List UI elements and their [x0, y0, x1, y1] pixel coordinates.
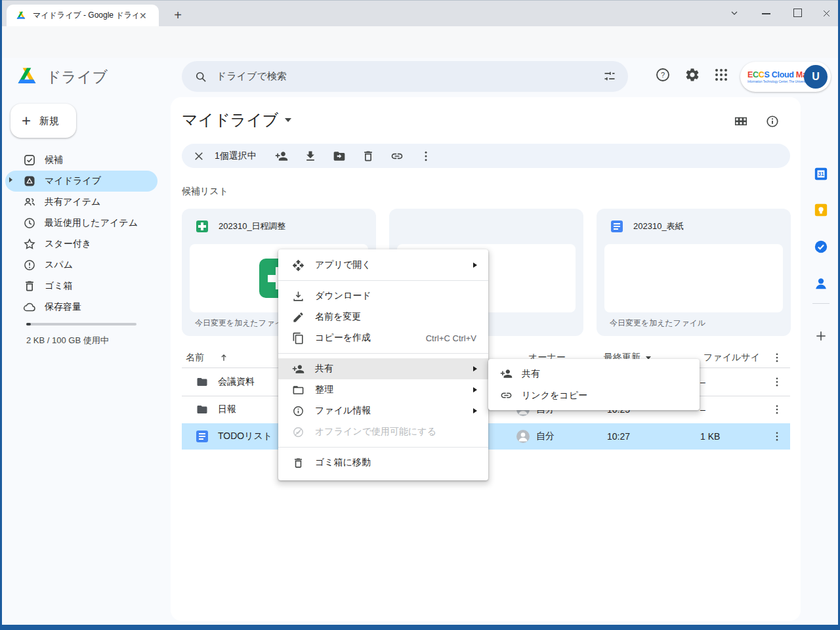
trash-icon — [23, 280, 36, 293]
keep-icon[interactable] — [814, 203, 828, 217]
open-with-icon — [292, 259, 304, 272]
menu-item-make-copy[interactable]: コピーを作成 Ctrl+C Ctrl+V — [278, 327, 488, 348]
info-icon[interactable] — [765, 114, 780, 129]
svg-text:?: ? — [661, 71, 665, 79]
grid-view-icon[interactable] — [734, 114, 748, 129]
sidebar-item-my-drive[interactable]: マイドライブ — [5, 171, 158, 192]
sort-ascending-arrow-icon[interactable] — [219, 353, 228, 362]
storage-usage-text: 2 KB / 100 GB 使用中 — [26, 335, 109, 346]
download-icon — [292, 290, 304, 303]
minimize-button[interactable] — [756, 5, 776, 21]
owner-avatar — [516, 430, 530, 443]
calendar-icon[interactable]: 31 — [814, 167, 828, 181]
add-side-panel-app-icon[interactable] — [814, 329, 828, 343]
menu-item-offline: オフラインで使用可能にする — [278, 421, 488, 442]
tab-strip: マイドライブ - Google ドライブ ✕ + — [0, 0, 840, 26]
expand-caret-icon[interactable] — [9, 177, 12, 182]
menu-item-move-to-trash[interactable]: ゴミ箱に移動 — [278, 452, 488, 473]
page-title[interactable]: マイドライブ — [182, 110, 291, 131]
clock-icon — [23, 217, 36, 230]
apps-grid-icon[interactable] — [713, 67, 729, 83]
side-panel-divider — [812, 303, 830, 304]
account-badge-subtitle: Information Technology Center, The Unive… — [747, 80, 803, 83]
row-kebab-icon[interactable] — [771, 376, 783, 388]
chevron-down-icon — [285, 118, 291, 122]
tab-search-chevron-icon[interactable] — [724, 5, 744, 21]
storage-progress-fill — [26, 323, 31, 326]
my-drive-icon — [23, 175, 36, 188]
contacts-icon[interactable] — [814, 276, 828, 291]
trash-icon[interactable] — [362, 150, 375, 163]
sidebar-item-suggested[interactable]: 候補 — [5, 150, 158, 171]
header-size[interactable]: ファイルサイ — [704, 352, 760, 364]
window-close-button[interactable] — [816, 5, 836, 21]
menu-item-rename[interactable]: 名前を変更 — [278, 306, 488, 327]
sidebar-item-spam[interactable]: スパム — [5, 255, 158, 276]
search-options-tune-icon[interactable] — [603, 70, 616, 83]
menu-item-share[interactable]: 共有 — [278, 358, 488, 379]
sidebar-item-recent[interactable]: 最近使用したアイテム — [5, 213, 158, 234]
submenu-arrow-icon — [473, 262, 477, 268]
submenu-item-copy-link[interactable]: リンクをコピー — [488, 385, 700, 406]
info-icon — [292, 405, 304, 417]
move-to-folder-icon[interactable] — [333, 150, 346, 163]
docs-file-icon — [196, 430, 208, 442]
menu-item-open-with[interactable]: アプリで開く — [278, 255, 488, 276]
new-button[interactable]: + 新規 — [10, 104, 76, 138]
menu-divider — [278, 280, 488, 281]
drive-app: ドライブ ドライブで検索 ? ECCS Cloud Mail Informati… — [0, 58, 840, 625]
sidebar-item-shared[interactable]: 共有アイテム — [5, 192, 158, 213]
list-options-kebab-icon[interactable] — [771, 352, 783, 364]
sidebar-item-starred[interactable]: スター付き — [5, 234, 158, 255]
star-icon — [23, 238, 36, 251]
link-icon[interactable] — [390, 150, 404, 163]
help-icon[interactable]: ? — [655, 67, 671, 83]
suggestions-label: 候補リスト — [182, 186, 228, 198]
svg-text:31: 31 — [818, 171, 824, 177]
maximize-button[interactable] — [788, 5, 807, 21]
clear-selection-icon[interactable] — [193, 150, 205, 162]
sidebar-item-trash[interactable]: ゴミ箱 — [5, 276, 158, 297]
header-name[interactable]: 名前 — [186, 352, 204, 364]
menu-item-download[interactable]: ダウンロード — [278, 285, 488, 306]
window-border — [0, 625, 840, 630]
share-person-add-icon[interactable] — [275, 150, 288, 163]
tab-title: マイドライブ - Google ドライブ — [33, 10, 138, 21]
folder-icon — [196, 404, 208, 415]
suggestion-card-doc[interactable]: 202310_表紙 今日変更を加えたファイル — [597, 209, 791, 336]
search-placeholder: ドライブで検索 — [217, 70, 287, 83]
tab-close-icon[interactable]: ✕ — [139, 11, 147, 20]
person-add-icon — [292, 363, 304, 375]
cloud-icon — [23, 301, 36, 314]
row-kebab-icon[interactable] — [771, 430, 783, 442]
spam-icon — [23, 259, 36, 272]
row-kebab-icon[interactable] — [771, 404, 783, 415]
search-input[interactable]: ドライブで検索 — [182, 61, 628, 92]
docs-file-icon — [611, 220, 623, 232]
submenu-arrow-icon — [473, 366, 477, 371]
download-icon[interactable] — [304, 150, 317, 163]
account-badge[interactable]: ECCS Cloud Mail Information Technology C… — [740, 62, 831, 92]
sidebar-item-storage[interactable]: 保存容量 — [5, 297, 158, 318]
storage-progress-bar — [26, 323, 136, 326]
settings-gear-icon[interactable] — [684, 67, 700, 83]
menu-item-organize[interactable]: 整理 — [278, 379, 488, 400]
submenu-arrow-icon — [473, 387, 477, 392]
account-avatar[interactable]: U — [804, 65, 828, 89]
offline-check-icon — [292, 426, 304, 438]
folder-icon — [196, 376, 208, 388]
search-icon — [194, 70, 207, 83]
window-border — [0, 0, 2, 630]
more-actions-kebab-icon[interactable] — [419, 150, 432, 163]
folder-icon — [292, 384, 304, 396]
card-file-name: 202310_表紙 — [633, 220, 684, 232]
new-tab-button[interactable]: + — [169, 7, 186, 24]
tasks-icon[interactable] — [814, 240, 828, 254]
browser-tab[interactable]: マイドライブ - Google ドライブ ✕ — [7, 5, 159, 26]
people-icon — [23, 196, 36, 209]
menu-item-file-info[interactable]: ファイル情報 — [278, 400, 488, 421]
menu-divider — [278, 447, 488, 448]
submenu-item-share[interactable]: 共有 — [488, 363, 700, 385]
drive-logo-icon — [14, 66, 39, 88]
copy-icon — [292, 332, 304, 345]
